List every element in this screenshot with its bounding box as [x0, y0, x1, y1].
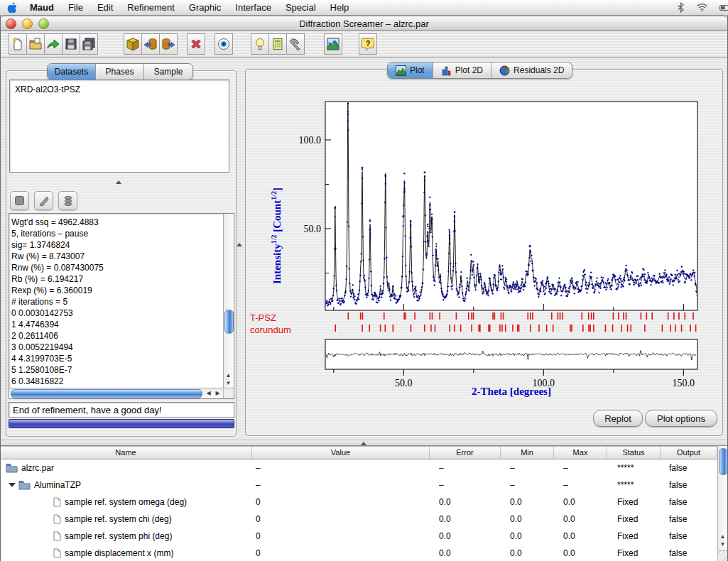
- column-header-value[interactable]: Value: [252, 447, 430, 459]
- parameter-name: AluminaTZP: [34, 480, 81, 490]
- column-header-name[interactable]: Name: [0, 447, 252, 459]
- table-row[interactable]: alzrc.par––––*****false: [0, 459, 717, 476]
- scrollbar-thumb[interactable]: [11, 389, 202, 398]
- output-vertical-scrollbar[interactable]: ▲ ▼: [223, 214, 234, 388]
- hammer-icon: [288, 37, 303, 51]
- wand-icon: [38, 195, 50, 207]
- forward-button[interactable]: [44, 33, 63, 55]
- plot-chart-button[interactable]: [324, 33, 342, 55]
- table-row[interactable]: sample displacement x (mm)00.00.00.0Fixe…: [0, 545, 717, 561]
- scroll-down-arrow[interactable]: ▼: [224, 379, 233, 387]
- toolbar-group: [124, 33, 178, 55]
- panel-divider-handle[interactable]: [237, 243, 242, 246]
- scroll-up-arrow[interactable]: ▲: [718, 533, 727, 540]
- scrollbar-thumb[interactable]: [224, 310, 234, 334]
- tab-plot[interactable]: Plot: [388, 62, 433, 78]
- page-icon: [53, 514, 61, 524]
- output-console[interactable]: Wgt'd ssq = 4962.48835, iterations – pau…: [9, 213, 234, 399]
- database-import-button[interactable]: [141, 33, 160, 55]
- sphere-icon: [499, 65, 510, 76]
- stop-button[interactable]: [10, 191, 29, 210]
- output-cell: false: [661, 548, 717, 558]
- save-button[interactable]: [62, 33, 80, 55]
- tab-sample[interactable]: Sample: [144, 64, 192, 80]
- box-3d-button[interactable]: [124, 33, 142, 55]
- stack-button[interactable]: [58, 191, 77, 210]
- delete-button[interactable]: [187, 33, 205, 55]
- tab-phases[interactable]: Phases: [96, 64, 144, 80]
- splitter-handle[interactable]: [361, 442, 366, 445]
- svg-text:?: ?: [366, 39, 371, 48]
- replot-button[interactable]: Replot: [593, 410, 643, 427]
- battery-icon[interactable]: [719, 4, 728, 12]
- database-export-button[interactable]: [159, 33, 178, 55]
- toolbar-group: [324, 33, 342, 55]
- menu-refinement[interactable]: Refinement: [120, 0, 181, 15]
- max-cell: –: [554, 480, 607, 490]
- calculator-button[interactable]: [268, 33, 287, 55]
- menu-file[interactable]: File: [61, 0, 90, 15]
- tab-residuals-2d[interactable]: Residuals 2D: [491, 62, 572, 78]
- menu-help[interactable]: Help: [323, 0, 357, 15]
- scroll-down-arrow[interactable]: ▼: [718, 540, 727, 548]
- output-horizontal-scrollbar[interactable]: ◀ ▶: [9, 388, 223, 398]
- collapse-handle[interactable]: [116, 180, 121, 184]
- open-file-button[interactable]: [26, 33, 45, 55]
- min-cell: 0.0: [501, 514, 554, 524]
- column-header-status[interactable]: Status: [607, 447, 661, 459]
- status-cell: Fixed: [607, 497, 661, 507]
- name-cell: alzrc.par: [0, 459, 252, 476]
- column-header-error[interactable]: Error: [430, 447, 501, 459]
- tab-datasets[interactable]: Datasets: [48, 64, 96, 80]
- eye-button[interactable]: [214, 33, 233, 55]
- menu-maud[interactable]: Maud: [23, 0, 61, 15]
- name-cell: sample ref. system omega (deg): [0, 494, 252, 511]
- wand-button[interactable]: [34, 191, 53, 210]
- lightbulb-button[interactable]: [251, 33, 269, 55]
- database-export-icon: [161, 37, 175, 51]
- parameter-table: alzrc.par––––*****falseAluminaTZP––––***…: [0, 459, 717, 561]
- status-cell: Fixed: [607, 548, 661, 558]
- save-all-button[interactable]: [80, 33, 98, 55]
- table-splitter[interactable]: [0, 440, 728, 446]
- column-header-min[interactable]: Min: [501, 447, 554, 459]
- table-row[interactable]: sample ref. system chi (deg)00.00.00.0Fi…: [0, 511, 717, 528]
- window-title-bar[interactable]: Diffraction Screamer – alzrc.par: [0, 16, 728, 31]
- datasets-list[interactable]: XRD-al2O3-tPSZ: [9, 80, 229, 173]
- table-row[interactable]: sample ref. system phi (deg)00.00.00.0Fi…: [0, 528, 717, 545]
- hammer-button[interactable]: [286, 33, 305, 55]
- name-cell: sample displacement x (mm): [0, 545, 252, 561]
- wifi-icon[interactable]: [696, 3, 708, 12]
- tab-plot-2d[interactable]: Plot 2D: [433, 62, 491, 78]
- table-row[interactable]: AluminaTZP––––*****false: [0, 476, 717, 494]
- output-line: Rw (%) = 8.743007: [11, 251, 222, 262]
- new-file-button[interactable]: [9, 33, 27, 55]
- plot-options-button[interactable]: Plot options: [645, 410, 717, 427]
- tab-label: Datasets: [55, 67, 88, 77]
- dataset-list-item[interactable]: XRD-al2O3-tPSZ: [10, 80, 229, 94]
- output-text: Wgt'd ssq = 4962.48835, iterations – pau…: [11, 217, 222, 386]
- menu-interface[interactable]: Interface: [228, 0, 278, 15]
- scroll-left-arrow[interactable]: ◀: [204, 388, 213, 398]
- output-line: Rexp (%) = 6.360019: [11, 285, 222, 296]
- bluetooth-icon[interactable]: [677, 2, 685, 13]
- page-icon: [53, 497, 61, 507]
- window-resize-grip[interactable]: [717, 550, 728, 561]
- output-line: Rb (%) = 6.194217: [11, 273, 222, 285]
- help-button[interactable]: ?: [359, 33, 377, 55]
- column-header-output[interactable]: Output: [661, 447, 717, 459]
- toolbar-group: [214, 33, 233, 55]
- menu-special[interactable]: Special: [278, 0, 323, 15]
- apple-menu-icon[interactable]: [7, 2, 17, 13]
- menu-graphic[interactable]: Graphic: [182, 0, 229, 15]
- tab-label: Phases: [105, 67, 134, 77]
- plot-tab-bar: PlotPlot 2DResiduals 2D: [387, 62, 572, 79]
- save-icon: [64, 37, 78, 51]
- disclosure-triangle[interactable]: [9, 483, 16, 487]
- menu-edit[interactable]: Edit: [90, 0, 120, 15]
- scroll-right-arrow[interactable]: ▶: [213, 388, 222, 398]
- table-row[interactable]: sample ref. system omega (deg)00.00.00.0…: [0, 494, 717, 511]
- column-header-max[interactable]: Max: [554, 447, 607, 459]
- table-vertical-scrollbar[interactable]: ▲ ▼: [717, 446, 728, 550]
- scroll-up-arrow[interactable]: ▲: [224, 371, 233, 379]
